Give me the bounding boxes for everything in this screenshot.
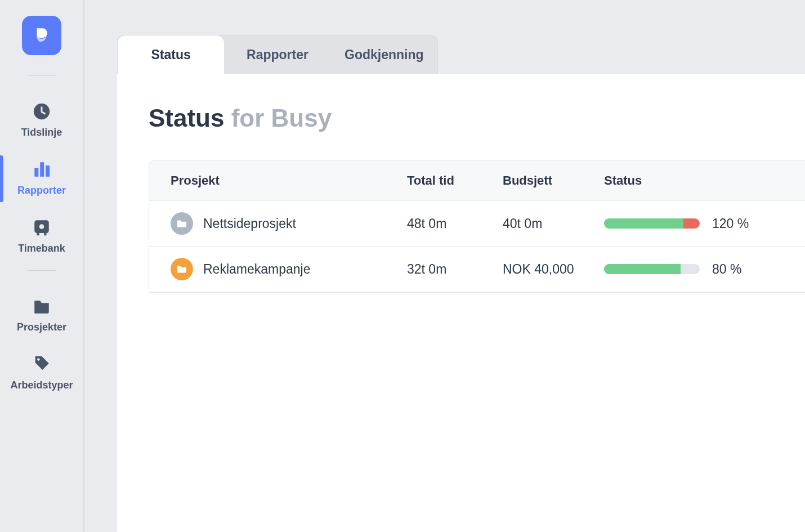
cell-total: 32t 0m — [407, 262, 503, 277]
bars-icon — [32, 160, 51, 179]
sidebar-item-label: Prosjekter — [17, 321, 66, 333]
tab-label: Status — [151, 47, 191, 62]
sidebar-item-prosjekter[interactable]: Prosjekter — [0, 287, 83, 345]
main-area: Status Rapporter Godkjenning Status for … — [84, 0, 805, 532]
cell-budget: NOK 40,000 — [503, 262, 604, 277]
sidebar-item-label: Rapporter — [17, 185, 66, 196]
cell-status: 120 % — [604, 216, 805, 231]
svg-rect-6 — [37, 233, 39, 235]
tab-label: Rapporter — [247, 47, 308, 62]
folder-icon — [171, 212, 193, 235]
sidebar-divider — [28, 75, 56, 76]
cell-budget: 40t 0m — [503, 216, 604, 231]
page-title: Status for Busy — [149, 104, 805, 132]
progress-percent: 80 % — [712, 262, 741, 277]
cell-total: 48t 0m — [407, 216, 503, 231]
progress-percent: 120 % — [712, 216, 749, 231]
th-project: Prosjekt — [171, 173, 407, 188]
svg-point-8 — [37, 358, 40, 361]
progress-bar-red — [683, 218, 700, 229]
sidebar-item-label: Tidslinje — [21, 127, 62, 138]
page-title-sub: for Busy — [231, 104, 332, 132]
svg-rect-2 — [40, 162, 44, 177]
tab-status[interactable]: Status — [118, 35, 224, 74]
tab-content: Status for Busy Prosjekt Total tid Budsj… — [117, 74, 805, 532]
sidebar-item-label: Arbeidstyper — [10, 379, 73, 391]
app-logo[interactable] — [22, 16, 61, 55]
th-total: Total tid — [407, 173, 503, 188]
cell-project: Reklamekampanje — [171, 258, 407, 280]
sidebar-divider — [28, 270, 56, 271]
progress-bar-green — [604, 264, 681, 274]
safe-icon — [32, 218, 51, 237]
svg-point-5 — [39, 224, 44, 229]
svg-rect-7 — [44, 233, 46, 235]
page-title-main: Status — [149, 104, 224, 132]
table-row[interactable]: Nettsideprosjekt48t 0m40t 0m120 % — [149, 201, 805, 247]
project-name: Nettsideprosjekt — [203, 216, 296, 231]
th-budget: Budsjett — [503, 173, 604, 188]
progress-bar-green — [604, 218, 683, 229]
sidebar-item-tidslinje[interactable]: Tidslinje — [0, 92, 83, 150]
tab-godkjenning[interactable]: Godkjenning — [331, 35, 437, 74]
sidebar-item-rapporter[interactable]: Rapporter — [0, 150, 83, 208]
tab-label: Godkjenning — [345, 47, 424, 62]
clock-icon — [32, 102, 51, 121]
cell-project: Nettsideprosjekt — [171, 212, 407, 235]
status-table: Prosjekt Total tid Budsjett Status Netts… — [149, 160, 805, 293]
sidebar: Tidslinje Rapporter Timebank Prosjekter … — [0, 0, 84, 532]
project-name: Reklamekampanje — [203, 262, 310, 277]
tabs: Status Rapporter Godkjenning — [117, 35, 438, 74]
logo-icon — [32, 26, 51, 45]
table-header: Prosjekt Total tid Budsjett Status — [149, 161, 805, 201]
progress-bar — [604, 218, 700, 229]
sidebar-item-timebank[interactable]: Timebank — [0, 208, 83, 266]
svg-rect-1 — [34, 168, 38, 177]
table-row[interactable]: Reklamekampanje32t 0mNOK 40,00080 % — [149, 247, 805, 292]
tag-icon — [32, 355, 51, 374]
folder-icon — [171, 258, 193, 280]
cell-status: 80 % — [604, 262, 805, 277]
progress-bar — [604, 264, 700, 274]
sidebar-item-arbeidstyper[interactable]: Arbeidstyper — [0, 345, 83, 403]
sidebar-item-label: Timebank — [18, 243, 65, 254]
th-status: Status — [604, 173, 805, 188]
folder-icon — [32, 297, 51, 316]
tab-rapporter[interactable]: Rapporter — [224, 35, 330, 74]
svg-rect-3 — [46, 166, 50, 177]
